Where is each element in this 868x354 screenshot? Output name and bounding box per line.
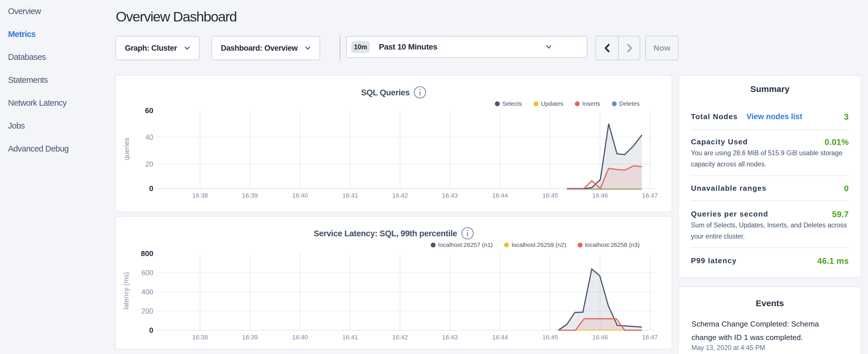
svg-text:16:46: 16:46 xyxy=(592,192,608,199)
svg-text:16:43: 16:43 xyxy=(442,192,458,199)
svg-text:400: 400 xyxy=(141,288,153,296)
svg-text:16:42: 16:42 xyxy=(392,192,408,199)
svg-text:16:38: 16:38 xyxy=(192,192,208,199)
svg-text:0: 0 xyxy=(149,326,153,334)
svg-text:40: 40 xyxy=(145,133,153,141)
svg-text:60: 60 xyxy=(145,106,153,115)
svg-text:200: 200 xyxy=(141,307,153,315)
svg-text:16:45: 16:45 xyxy=(542,192,558,199)
svg-text:16:39: 16:39 xyxy=(242,334,258,341)
svg-text:16:41: 16:41 xyxy=(342,192,358,199)
svg-text:600: 600 xyxy=(141,269,153,277)
svg-text:16:44: 16:44 xyxy=(492,192,508,199)
svg-text:16:46: 16:46 xyxy=(592,334,608,341)
svg-text:queries: queries xyxy=(123,138,130,160)
svg-text:16:40: 16:40 xyxy=(292,334,308,341)
svg-text:16:41: 16:41 xyxy=(342,334,358,341)
svg-text:latency (ms): latency (ms) xyxy=(122,272,130,310)
svg-text:16:45: 16:45 xyxy=(542,334,558,341)
svg-text:16:43: 16:43 xyxy=(442,334,458,341)
svg-text:20: 20 xyxy=(145,160,153,168)
svg-text:16:47: 16:47 xyxy=(642,334,658,341)
svg-text:0: 0 xyxy=(149,184,153,193)
svg-text:16:42: 16:42 xyxy=(392,334,408,341)
svg-text:800: 800 xyxy=(141,249,153,258)
svg-text:16:44: 16:44 xyxy=(492,334,508,341)
svg-text:16:40: 16:40 xyxy=(292,192,308,199)
svg-text:16:38: 16:38 xyxy=(192,334,208,341)
svg-text:16:39: 16:39 xyxy=(242,192,258,199)
svg-text:16:47: 16:47 xyxy=(642,192,658,199)
